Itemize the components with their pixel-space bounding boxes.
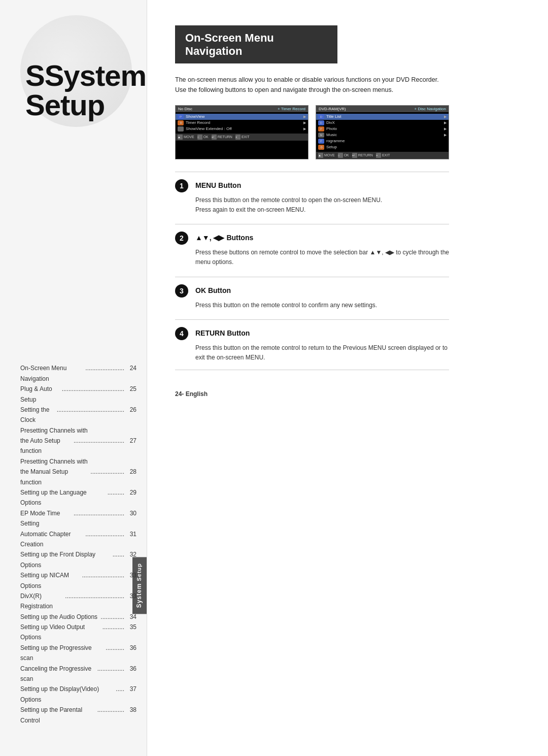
toc-item-13: Setting up the Audio Options ...........…: [20, 612, 136, 622]
toc-item-1: Plug & Auto Setup ......................…: [20, 384, 136, 405]
screen-right-row-2: P Photo ▶: [316, 126, 449, 132]
toc-label: Setting up the Display(Video) Options: [20, 684, 115, 705]
step-3: 3 OK Button Press this button on the rem…: [175, 277, 449, 317]
toc-label: Presetting Channels with: [20, 456, 123, 467]
step-title-4: RETURN Button: [195, 329, 250, 337]
toc-page: 24: [125, 363, 136, 384]
toc-label: Setting up the Progressive scan: [20, 643, 105, 664]
toc-label: the Auto Setup function: [20, 436, 73, 456]
screen-right-row-0: D Title List ▶: [316, 114, 449, 120]
toc-item-11: Setting up NICAM Options ...............…: [20, 570, 136, 591]
toc-page: 31: [125, 529, 136, 550]
screen-right-icon-0: D: [318, 114, 324, 119]
right-panel: On-Screen Menu Navigation The on-screen …: [147, 0, 548, 756]
toc-dots: .............: [102, 622, 124, 643]
toc-dots: ..........: [108, 487, 124, 508]
step-number-4: 4: [175, 327, 188, 340]
step-body-3: Press this button on the remote control …: [175, 301, 449, 315]
steps-container: 1 MENU Button Press this button on the r…: [175, 172, 520, 370]
toc-dots: ................: [97, 664, 124, 684]
toc-label: Plug & Auto Setup: [20, 384, 61, 405]
toc-page: [125, 425, 136, 436]
title-setup: Setup: [25, 90, 146, 120]
step-number-2: 2: [175, 232, 188, 245]
screen-right-icon-3: M: [318, 133, 324, 138]
toc-item-8: EP Mode Time Setting ...................…: [20, 508, 136, 529]
title-system: SSystem: [25, 61, 146, 90]
toc-dots: ...........: [106, 643, 124, 664]
toc-page: 38: [125, 705, 136, 726]
toc-dots: .........................: [82, 570, 124, 591]
step-number-3: 3: [175, 284, 188, 298]
screen-left: No Disc + Timer Record P ShowView ▶ ⚙ Ti…: [175, 105, 309, 159]
s-letter: S: [25, 59, 45, 92]
toc-label: EP Mode Time Setting: [20, 508, 73, 529]
toc-item-0: On-Screen Menu Navigation ..............…: [20, 363, 136, 384]
screen-row-icon-prog: P: [178, 114, 184, 119]
toc-dots: ...................................: [65, 591, 124, 612]
toc-page: 36: [125, 643, 136, 664]
left-panel: SSystem Setup System Setup On-Screen Men…: [0, 0, 147, 756]
toc-dots: .....................................: [62, 384, 124, 405]
toc-label: Presetting Channels with: [20, 425, 123, 436]
toc-label: Setting up the Audio Options: [20, 612, 99, 622]
toc-label: Canceling the Progressive scan: [20, 664, 96, 684]
toc-label: On-Screen Menu Navigation: [20, 363, 84, 384]
screen-left-content: P ShowView ▶ ⚙ Timer Record ▶ ShowView E…: [176, 112, 308, 134]
toc-page: [125, 456, 136, 467]
toc-page: 35: [125, 622, 136, 643]
toc-item-12: DivX(R) Registration ...................…: [20, 591, 136, 612]
toc-item-18: Setting up the Parental Control ........…: [20, 705, 136, 726]
screen-left-footer: ▲ MOVE ○ OK ↩ RETURN × EXIT: [176, 134, 308, 141]
toc-label: Setting up NICAM Options: [20, 570, 81, 591]
toc-page: 25: [125, 384, 136, 405]
screen-left-header: No Disc + Timer Record: [176, 106, 308, 112]
toc-label: Setting up Video Output Options: [20, 622, 101, 643]
screen-left-row-1: ⚙ Timer Record ▶: [176, 120, 308, 126]
intro-text: The on-screen menus allow you to enable …: [175, 75, 439, 95]
toc-item-7: Setting up the Language Options ........…: [20, 487, 136, 508]
toc-dots: ..............: [100, 612, 124, 622]
toc-page: 37: [125, 684, 136, 705]
screen-row-icon-gear: ⚙: [178, 120, 184, 125]
toc-item-6: the Manual Setup function ..............…: [20, 467, 136, 487]
toc-item-5: Presetting Channels with: [20, 456, 136, 467]
screen-right-icon-2: P: [318, 126, 324, 132]
step-body-1: Press this button on the remote control …: [175, 195, 449, 220]
toc-item-14: Setting up Video Output Options ........…: [20, 622, 136, 643]
toc-dots: .......: [113, 549, 124, 570]
toc-item-9: Automatic Chapter Creation .............…: [20, 529, 136, 550]
section-title: On-Screen Menu Navigation: [185, 31, 327, 58]
toc-dots: ........................................: [57, 405, 124, 425]
section-title-box: On-Screen Menu Navigation: [175, 25, 337, 63]
toc-dots: ..............................: [74, 436, 124, 456]
toc-item-16: Canceling the Progressive scan .........…: [20, 664, 136, 684]
screen-right-icon-5: ⚙: [318, 145, 324, 150]
screen-right-title: DVD-RAM(VR): [319, 107, 346, 111]
toc-item-4: the Auto Setup function ................…: [20, 436, 136, 456]
toc-dots: .......................: [85, 529, 124, 550]
toc-label: Setting the Clock: [20, 405, 56, 425]
toc-page: 36: [125, 664, 136, 684]
screen-right-icon-4: P: [318, 139, 324, 144]
toc-dots: .......................: [85, 363, 124, 384]
step-header-4: 4 RETURN Button: [175, 328, 449, 340]
toc-dots: ..............................: [74, 508, 124, 529]
screen-right-row-3: M Music ▶: [316, 132, 449, 138]
step-header-2: 2 ▲▼, ◀▶ Buttons: [175, 233, 449, 245]
toc-page: 27: [125, 436, 136, 456]
toc-page: 33: [125, 591, 136, 612]
toc-page: 33: [125, 570, 136, 591]
toc-label: Setting up the Parental Control: [20, 705, 96, 726]
step-number-1: 1: [175, 179, 188, 192]
sidebar-tab-normal: Setup: [136, 563, 142, 581]
step-body-2: Press these buttons on remote control to…: [175, 248, 449, 272]
screen-right: DVD-RAM(VR) + Disc Navigation D Title Li…: [316, 105, 449, 159]
screen-left-row-0: P ShowView ▶: [176, 114, 308, 120]
screens-container: No Disc + Timer Record P ShowView ▶ ⚙ Ti…: [175, 105, 449, 159]
screen-left-row-2: ShowView Extended : Off ▶: [176, 126, 308, 132]
step-4: 4 RETURN Button Press this button on the…: [175, 319, 449, 370]
toc-item-17: Setting up the Display(Video) Options ..…: [20, 684, 136, 705]
screen-right-row-1: D DivX ▶: [316, 120, 449, 126]
toc-page: 32: [125, 549, 136, 570]
